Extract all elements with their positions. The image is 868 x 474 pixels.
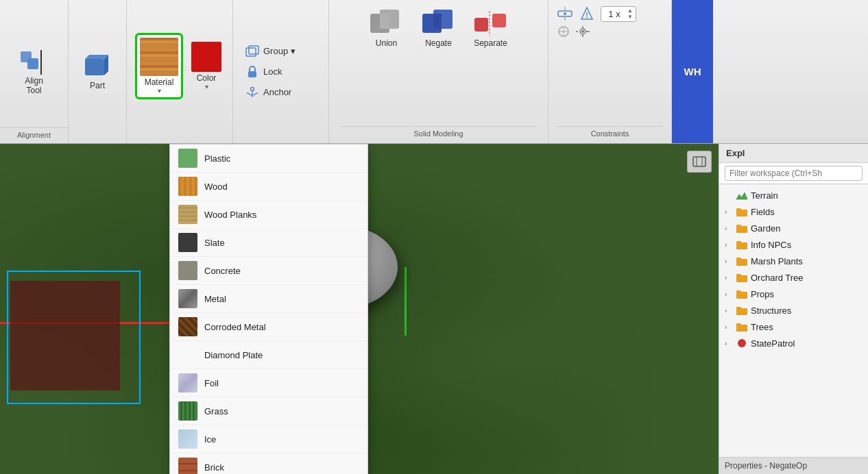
material-item-label: Metal xyxy=(204,294,226,304)
chevron-icon[interactable]: › xyxy=(725,208,733,216)
viewport-top-button[interactable] xyxy=(687,151,712,173)
material-item-label: Ice xyxy=(204,434,216,445)
material-item[interactable]: Concrete xyxy=(170,257,367,285)
group-button[interactable]: Group ▾ xyxy=(241,42,320,60)
tree-item-orchard-tree[interactable]: ›Orchard Tree xyxy=(719,269,868,286)
svg-rect-46 xyxy=(736,241,741,244)
separate-button[interactable]: Separate xyxy=(470,5,511,51)
svg-marker-4 xyxy=(85,55,108,59)
material-item-label: Slate xyxy=(204,238,225,248)
tree-item-garden[interactable]: ›Garden xyxy=(719,220,868,236)
tree-item-info-npcs[interactable]: ›Info NPCs xyxy=(719,236,868,253)
constraints-label: Constraints xyxy=(557,126,663,138)
tree-item-props[interactable]: ›Props xyxy=(719,286,868,302)
material-button[interactable]: Material ▾ xyxy=(135,33,183,99)
svg-point-33 xyxy=(581,30,584,33)
alignment-label: Alignment xyxy=(0,127,68,139)
material-color-section: Material ▾ Color ▾ xyxy=(127,0,233,143)
chevron-icon[interactable]: › xyxy=(725,258,733,265)
tree-item-statepatrol[interactable]: ›StatePatrol xyxy=(719,335,868,351)
anchor-icon xyxy=(245,86,259,99)
material-icon xyxy=(140,38,178,76)
material-item[interactable]: Wood xyxy=(170,173,367,201)
material-item[interactable]: Metal xyxy=(170,285,367,313)
material-label: Material xyxy=(145,77,174,87)
color-label: Color xyxy=(197,73,217,83)
part-button[interactable]: Part xyxy=(77,51,118,93)
chevron-icon[interactable]: › xyxy=(725,274,733,282)
explorer-items-container: ›Fields›Garden›Info NPCs›Marsh Plants›Or… xyxy=(719,203,868,351)
tree-item-label: Marsh Plants xyxy=(751,256,803,266)
negate-button[interactable]: Negate xyxy=(418,5,459,51)
material-item-icon xyxy=(178,429,197,449)
group-section: Group ▾ Lock Anchor xyxy=(233,0,329,143)
material-item-icon xyxy=(178,205,197,224)
material-item[interactable]: Diamond Plate xyxy=(170,341,367,369)
filter-input[interactable] xyxy=(725,166,863,181)
group-icon xyxy=(245,45,259,58)
svg-rect-38 xyxy=(693,157,706,166)
folder-icon xyxy=(736,272,748,283)
material-item[interactable]: Ice xyxy=(170,425,367,453)
part-label: Part xyxy=(90,81,105,90)
tree-item-label: Structures xyxy=(751,305,791,316)
chevron-icon[interactable]: › xyxy=(725,323,733,331)
constraints-icon-1 xyxy=(557,5,573,22)
constraints-row2 xyxy=(557,25,663,38)
color-button[interactable]: Color ▾ xyxy=(189,39,224,93)
material-item-label: Foil xyxy=(204,378,219,388)
constraints-icon-3 xyxy=(557,25,570,38)
folder-icon xyxy=(736,321,748,332)
tree-item-fields[interactable]: ›Fields xyxy=(719,203,868,220)
material-item-icon xyxy=(178,317,197,336)
material-item[interactable]: Grass xyxy=(170,397,367,425)
material-item[interactable]: Plastic xyxy=(170,145,367,173)
material-item[interactable]: Wood Planks xyxy=(170,201,367,229)
chevron-icon[interactable]: › xyxy=(725,241,733,249)
tree-item-trees[interactable]: ›Trees xyxy=(719,319,868,335)
svg-point-57 xyxy=(738,339,746,347)
lock-button[interactable]: Lock xyxy=(241,63,320,81)
color-icon xyxy=(191,42,221,72)
material-item[interactable]: Slate xyxy=(170,229,367,257)
color-dropdown-arrow: ▾ xyxy=(205,83,208,90)
folder-icon xyxy=(736,255,748,266)
part-section: Part xyxy=(69,0,127,143)
tree-item-structures[interactable]: ›Structures xyxy=(719,302,868,319)
gear-icon[interactable] xyxy=(575,25,591,38)
stepper-arrows: ▲ ▼ xyxy=(627,8,633,20)
svg-rect-50 xyxy=(736,274,741,277)
viewport[interactable]: Top PlasticWoodWood PlanksSlateConcreteM… xyxy=(0,144,719,474)
explorer-header: Expl xyxy=(719,144,868,163)
chevron-icon[interactable]: › xyxy=(725,340,733,347)
chevron-icon[interactable]: › xyxy=(725,307,733,314)
material-item[interactable]: Foil xyxy=(170,369,367,397)
tree-item-marsh-plants[interactable]: ›Marsh Plants xyxy=(719,253,868,269)
align-tool-button[interactable]: Align Tool xyxy=(14,46,55,98)
chevron-icon[interactable]: › xyxy=(725,225,733,232)
svg-rect-18 xyxy=(433,14,442,29)
union-button[interactable]: Union xyxy=(366,5,407,51)
constraints-section: 1 x ▲ ▼ Constraints xyxy=(548,0,672,143)
tree-item-label: Props xyxy=(751,289,774,299)
align-tool-label: Align Tool xyxy=(25,76,43,95)
align-icon xyxy=(19,49,49,76)
svg-rect-54 xyxy=(736,307,741,310)
tree-item-terrain[interactable]: Terrain xyxy=(719,187,868,203)
svg-rect-20 xyxy=(492,14,506,27)
material-item-icon xyxy=(178,289,197,308)
tree-item-label: Fields xyxy=(751,207,775,217)
group-label: Group ▾ xyxy=(263,46,296,56)
union-icon xyxy=(369,8,405,38)
chevron-icon[interactable]: › xyxy=(725,290,733,298)
material-item[interactable]: Corroded Metal xyxy=(170,313,367,341)
stepper-up[interactable]: ▲ xyxy=(627,8,633,14)
material-item[interactable]: Brick xyxy=(170,453,367,474)
main-area: Top PlasticWoodWood PlanksSlateConcreteM… xyxy=(0,144,868,474)
stepper-down[interactable]: ▼ xyxy=(627,14,633,20)
gizmo-green-vertical xyxy=(405,267,407,336)
part-icon xyxy=(82,53,112,81)
anchor-button[interactable]: Anchor xyxy=(241,84,320,101)
lock-label: Lock xyxy=(263,66,282,77)
negate-icon xyxy=(421,8,457,38)
